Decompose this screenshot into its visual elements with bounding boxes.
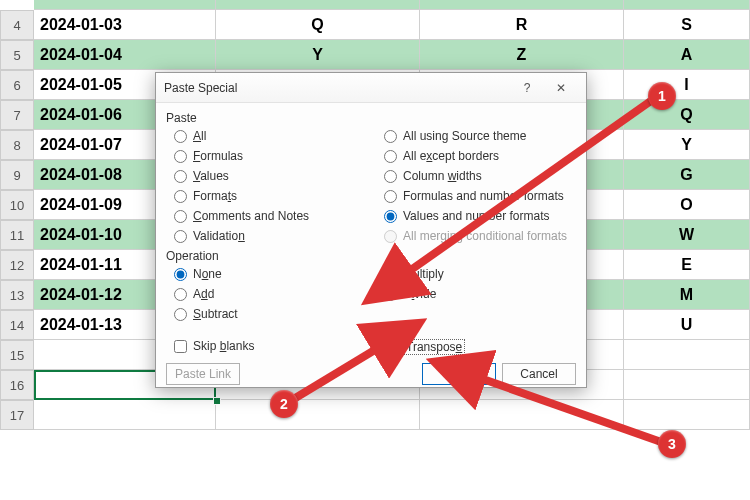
cell[interactable] (216, 400, 420, 430)
skip-blanks-checkbox[interactable]: Skip blanks (174, 339, 254, 353)
cell[interactable]: O (624, 190, 750, 220)
paste-validation-input[interactable] (174, 230, 187, 243)
paste-comments-input[interactable] (174, 210, 187, 223)
radio-label: Values and number formats (403, 209, 550, 223)
cell[interactable] (420, 400, 624, 430)
operation-multiply[interactable]: Multiply (384, 267, 444, 281)
paste-except_borders[interactable]: All except borders (384, 149, 499, 163)
row-header[interactable]: 9 (0, 160, 34, 190)
cell[interactable]: R (420, 10, 624, 40)
cell[interactable]: 2024-01-02 (34, 0, 216, 10)
paste-formulas_num-input[interactable] (384, 190, 397, 203)
paste-validation[interactable]: Validation (174, 229, 245, 243)
cell[interactable]: S (624, 10, 750, 40)
row-header[interactable]: 11 (0, 220, 34, 250)
transpose-checkbox[interactable]: Transpose (384, 339, 465, 355)
operation-add-input[interactable] (174, 288, 187, 301)
operation-add[interactable]: Add (174, 287, 214, 301)
cell[interactable]: A (624, 40, 750, 70)
radio-label: All merging conditional formats (403, 229, 567, 243)
operation-section-label: Operation (166, 249, 219, 263)
cancel-button[interactable]: Cancel (502, 363, 576, 385)
help-icon: ? (524, 81, 531, 95)
row-header[interactable]: 17 (0, 400, 34, 430)
row-header[interactable]: 14 (0, 310, 34, 340)
callout-badge-1: 1 (648, 82, 676, 110)
paste-col_widths-input[interactable] (384, 170, 397, 183)
paste-col_widths[interactable]: Column widths (384, 169, 482, 183)
paste-values_num-input[interactable] (384, 210, 397, 223)
dialog-titlebar: Paste Special ? ✕ (156, 73, 586, 103)
paste-formats[interactable]: Formats (174, 189, 237, 203)
cell[interactable]: Y (624, 130, 750, 160)
cell[interactable]: I (624, 70, 750, 100)
paste-merge_cond: All merging conditional formats (384, 229, 567, 243)
paste-except_borders-input[interactable] (384, 150, 397, 163)
cell[interactable] (624, 400, 750, 430)
operation-none-input[interactable] (174, 268, 187, 281)
selection-handle[interactable] (213, 397, 221, 405)
close-button[interactable]: ✕ (544, 76, 578, 100)
callout-badge-2: 2 (270, 390, 298, 418)
paste-formulas[interactable]: Formulas (174, 149, 243, 163)
paste-section-label: Paste (166, 111, 197, 125)
cell[interactable]: Q (624, 100, 750, 130)
operation-subtract-input[interactable] (174, 308, 187, 321)
paste-formulas_num[interactable]: Formulas and number formats (384, 189, 564, 203)
paste-comments[interactable]: Comments and Notes (174, 209, 309, 223)
cell[interactable]: J (216, 0, 420, 10)
cell[interactable]: J (420, 0, 624, 10)
help-button[interactable]: ? (510, 76, 544, 100)
radio-label: All (193, 129, 206, 143)
cell[interactable]: Q (216, 10, 420, 40)
row-header[interactable]: 5 (0, 40, 34, 70)
cell[interactable]: W (624, 220, 750, 250)
cell[interactable]: Y (216, 40, 420, 70)
row-header[interactable]: 8 (0, 130, 34, 160)
operation-divide[interactable]: Divide (384, 287, 436, 301)
cell[interactable]: 2024-01-04 (34, 40, 216, 70)
row-header[interactable]: 15 (0, 340, 34, 370)
ok-button[interactable]: OK (422, 363, 496, 385)
radio-label: All except borders (403, 149, 499, 163)
row-header[interactable]: 12 (0, 250, 34, 280)
paste-src_theme-input[interactable] (384, 130, 397, 143)
radio-label: Comments and Notes (193, 209, 309, 223)
operation-multiply-input[interactable] (384, 268, 397, 281)
row-header[interactable]: 4 (0, 10, 34, 40)
paste-all[interactable]: All (174, 129, 206, 143)
radio-label: Subtract (193, 307, 238, 321)
row-header[interactable]: 10 (0, 190, 34, 220)
row-header[interactable]: 16 (0, 370, 34, 400)
row-header[interactable]: 7 (0, 100, 34, 130)
cell[interactable] (624, 340, 750, 370)
cell[interactable]: 2024-01-03 (34, 10, 216, 40)
cell[interactable]: M (624, 280, 750, 310)
paste-values_num[interactable]: Values and number formats (384, 209, 550, 223)
cell[interactable]: E (624, 250, 750, 280)
paste-formulas-input[interactable] (174, 150, 187, 163)
skip-blanks-input[interactable] (174, 340, 187, 353)
cell[interactable]: G (624, 160, 750, 190)
cell[interactable]: Z (420, 40, 624, 70)
close-icon: ✕ (556, 81, 566, 95)
transpose-input[interactable] (384, 341, 397, 354)
operation-none[interactable]: None (174, 267, 222, 281)
row-header[interactable]: 13 (0, 280, 34, 310)
paste-src_theme[interactable]: All using Source theme (384, 129, 526, 143)
paste-values[interactable]: Values (174, 169, 229, 183)
radio-label: Values (193, 169, 229, 183)
radio-label: None (193, 267, 222, 281)
row-header[interactable]: 6 (0, 70, 34, 100)
paste-all-input[interactable] (174, 130, 187, 143)
operation-subtract[interactable]: Subtract (174, 307, 238, 321)
paste-values-input[interactable] (174, 170, 187, 183)
paste-merge_cond-input (384, 230, 397, 243)
cell[interactable]: U (624, 310, 750, 340)
operation-divide-input[interactable] (384, 288, 397, 301)
cell[interactable] (34, 400, 216, 430)
paste-formats-input[interactable] (174, 190, 187, 203)
cell[interactable] (624, 370, 750, 400)
cell[interactable]: K (624, 0, 750, 10)
paste-link-button: Paste Link (166, 363, 240, 385)
